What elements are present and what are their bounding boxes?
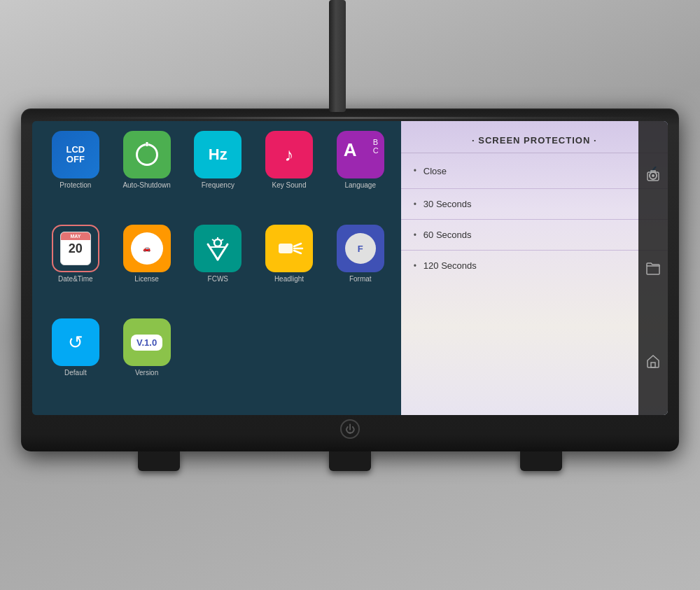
license-icon: 🚗 [123, 225, 171, 272]
svg-point-3 [214, 239, 221, 246]
protection-label: Protection [59, 181, 91, 189]
foot-center [329, 451, 371, 471]
label-120s: 120 Seconds [424, 260, 658, 271]
menu-item-auto-shutdown[interactable]: Auto-Shutdown [113, 131, 181, 220]
mirror-top-bar [35, 117, 665, 119]
menu-item-date-time[interactable]: MAY 20 Date&Time [42, 225, 109, 314]
calendar-month: MAY [61, 232, 90, 240]
date-time-icon: MAY 20 [52, 225, 99, 272]
label-30s: 30 Seconds [424, 199, 658, 209]
home-sidebar-icon[interactable] [640, 349, 666, 374]
version-label: Version [135, 369, 158, 377]
device-feet [21, 432, 679, 451]
headlight-svg [272, 231, 307, 266]
frequency-icon: Hz [194, 131, 241, 178]
menu-grid: LCDOFF Protection Auto-S [42, 131, 394, 408]
bullet-30s: • [414, 199, 416, 209]
screen-protection-title: · SCREEN PROTECTION · [401, 129, 668, 153]
protection-icon: LCDOFF [52, 131, 99, 178]
license-label: License [134, 275, 158, 283]
bullet-120s: • [414, 261, 416, 271]
svg-rect-7 [279, 244, 293, 253]
fcws-icon [194, 225, 241, 272]
fcws-svg [202, 233, 233, 264]
menu-item-headlight[interactable]: Headlight [255, 225, 323, 314]
option-60s[interactable]: • 60 Seconds [401, 220, 668, 251]
menu-item-default[interactable]: ↺ Default [42, 318, 109, 408]
menu-item-frequency[interactable]: Hz Frequency [184, 131, 251, 220]
screen-protection-content: · SCREEN PROTECTION · • Close ✓ • 30 Sec… [401, 121, 668, 415]
auto-shutdown-label: Auto-Shutdown [122, 181, 170, 189]
menu-item-license[interactable]: 🚗 License [113, 225, 181, 314]
menu-item-key-sound[interactable]: ♪ Key Sound [255, 131, 323, 220]
menu-item-language[interactable]: A BC Language [327, 131, 394, 220]
default-label: Default [64, 369, 87, 377]
mirror-device: LCDOFF Protection Auto-S [21, 108, 679, 451]
format-label: Format [349, 275, 372, 283]
folder-sidebar-icon[interactable] [640, 255, 666, 281]
label-close: Close [424, 166, 648, 176]
option-120s[interactable]: • 120 Seconds [401, 251, 668, 281]
usb-cable [329, 0, 346, 112]
hz-text: Hz [209, 146, 227, 164]
calendar-day: 20 [69, 240, 83, 258]
fcws-label: FCWS [208, 275, 228, 283]
svg-rect-14 [651, 363, 655, 367]
svg-point-12 [652, 174, 654, 177]
language-icon: A BC [337, 131, 384, 178]
menu-panel: LCDOFF Protection Auto-S [32, 121, 401, 415]
svg-line-10 [294, 251, 301, 253]
version-icon: V.1.0 [123, 318, 171, 366]
label-60s: 60 Seconds [424, 230, 658, 240]
frequency-label: Frequency [202, 181, 234, 189]
key-sound-icon: ♪ [265, 131, 313, 178]
svg-line-6 [212, 239, 214, 241]
menu-item-protection[interactable]: LCDOFF Protection [42, 131, 109, 220]
version-text: V.1.0 [131, 335, 162, 351]
option-30s[interactable]: • 30 Seconds [401, 189, 668, 220]
auto-shutdown-icon [123, 131, 171, 178]
protection-options-list: • Close ✓ • 30 Seconds • 60 Seconds [401, 153, 668, 415]
photo-background: LCDOFF Protection Auto-S [0, 0, 700, 590]
foot-right [520, 451, 562, 471]
device-screen: LCDOFF Protection Auto-S [32, 121, 668, 415]
bullet-60s: • [414, 230, 416, 240]
svg-line-5 [221, 239, 223, 241]
menu-item-version[interactable]: V.1.0 Version [113, 318, 181, 408]
bullet-close: • [414, 166, 416, 176]
right-sidebar [638, 121, 668, 415]
format-icon: F [337, 225, 384, 272]
default-icon: ↺ [52, 318, 99, 366]
camera-sidebar-icon[interactable] [640, 162, 666, 188]
option-close[interactable]: • Close ✓ [401, 153, 668, 189]
menu-item-format[interactable]: F Format [327, 225, 394, 314]
key-sound-label: Key Sound [272, 181, 307, 189]
headlight-icon [265, 225, 313, 272]
language-label: Language [345, 181, 377, 189]
headlight-label: Headlight [274, 275, 304, 283]
screen-protection-panel: · SCREEN PROTECTION · • Close ✓ • 30 Sec… [401, 121, 668, 415]
menu-item-fcws[interactable]: FCWS [184, 225, 251, 314]
svg-line-8 [294, 244, 301, 246]
foot-left [138, 451, 180, 471]
date-time-label: Date&Time [58, 275, 93, 283]
